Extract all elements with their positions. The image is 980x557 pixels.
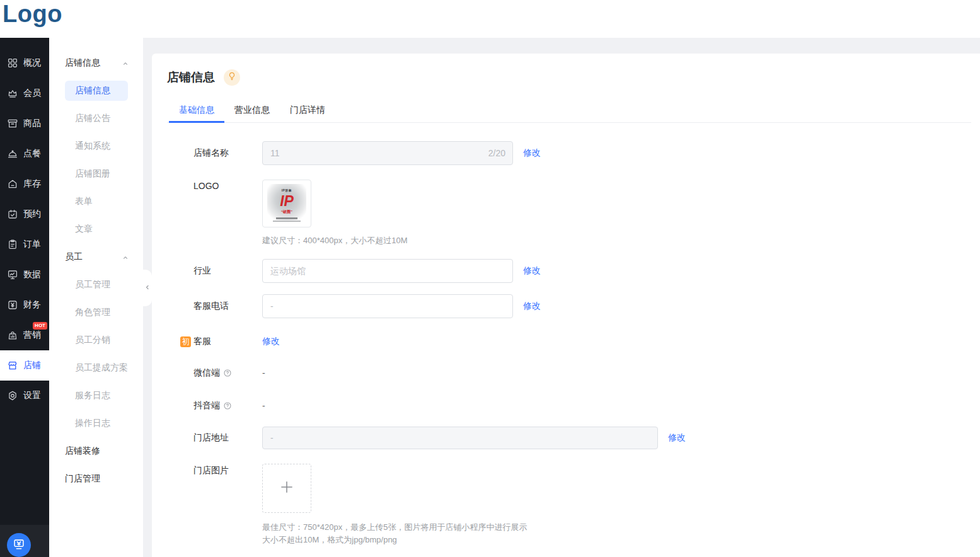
question-icon[interactable] (223, 369, 232, 377)
service-phone-input[interactable] (262, 294, 513, 318)
service-phone-input-wrap (262, 294, 513, 318)
address-label: 门店地址 (193, 432, 262, 444)
menu-item-shop-decoration[interactable]: 店铺装修 (49, 437, 143, 465)
sidebar-item-inventory[interactable]: 库存 (0, 169, 49, 199)
menu-item-label: 门店管理 (65, 473, 100, 485)
page-title: 店铺信息 (167, 69, 215, 86)
sidebar-item-member[interactable]: 会员 (0, 78, 49, 108)
sidebar-item-overview[interactable]: 概况 (0, 48, 49, 78)
menu-item-staff-group[interactable]: 员工 (49, 243, 143, 271)
photos-control: 最佳尺寸：750*420px，最多上传5张，图片将用于店铺小程序中进行展示 大小… (262, 464, 527, 546)
menu-item-label: 店铺信息 (65, 81, 128, 101)
menu-item-label: 店铺信息 (65, 57, 100, 69)
data-icon (7, 269, 18, 280)
chu-badge: 初 (180, 336, 191, 347)
edit-service-phone-link[interactable]: 修改 (523, 301, 541, 312)
inventory-icon (7, 178, 18, 190)
service-label: 客服 (193, 336, 262, 347)
logo-thumbnail[interactable]: IP形象 IP “破圈” (262, 180, 311, 227)
sidebar-item-data[interactable]: 数据 (0, 260, 49, 290)
field-wechat: 微信端 - (193, 362, 980, 384)
lightbulb-icon (227, 71, 237, 84)
order-icon (7, 239, 18, 250)
tab-business-info[interactable]: 营业信息 (224, 99, 280, 123)
sidebar-item-label: 数据 (23, 269, 41, 280)
edit-service-link[interactable]: 修改 (262, 336, 280, 347)
sidebar-collapse-handle[interactable] (142, 270, 152, 306)
sidebar-item-label: 订单 (23, 239, 41, 250)
photos-tip-1: 最佳尺寸：750*420px，最多上传5张，图片将用于店铺小程序中进行展示 (262, 521, 527, 534)
edit-industry-link[interactable]: 修改 (523, 265, 541, 277)
main-area: 店铺信息 基础信息营业信息门店详情 店铺名称 2/20 (152, 38, 980, 557)
menu-item-label: 员工提成方案 (75, 362, 128, 374)
field-logo: LOGO IP形象 IP “破圈” (193, 180, 980, 246)
app-root: Logo 概况会员商品点餐库存预约订单数据财务营销HOT店铺设置 店铺信息店铺信… (0, 0, 980, 557)
booking-icon (7, 209, 18, 220)
menu-item-staff-commission[interactable]: 员工提成方案 (49, 354, 143, 382)
cash-register-icon (12, 537, 26, 553)
menu-item-label: 员工管理 (75, 279, 110, 290)
help-tip-button[interactable] (224, 69, 240, 86)
question-icon[interactable] (223, 401, 232, 410)
menu-item-operation-log[interactable]: 操作日志 (49, 410, 143, 437)
sidebar-item-settings[interactable]: 设置 (0, 381, 49, 411)
primary-sidebar-items: 概况会员商品点餐库存预约订单数据财务营销HOT店铺设置 (0, 38, 49, 525)
field-douyin: 抖音端 - (193, 395, 980, 416)
sidebar-item-finance[interactable]: 财务 (0, 290, 49, 320)
plus-icon (279, 479, 295, 498)
menu-item-shop-album[interactable]: 店铺图册 (49, 160, 143, 188)
menu-item-shop-info-group[interactable]: 店铺信息 (49, 49, 143, 77)
edit-address-link[interactable]: 修改 (668, 432, 686, 444)
menu-item-label: 角色管理 (75, 307, 110, 318)
sidebar-item-booking[interactable]: 预约 (0, 199, 49, 229)
menu-item-articles[interactable]: 文章 (49, 215, 143, 243)
photos-label: 门店图片 (193, 464, 262, 476)
top-header: Logo (0, 0, 980, 38)
menu-item-role-manage[interactable]: 角色管理 (49, 299, 143, 326)
tab-basic-info[interactable]: 基础信息 (169, 99, 224, 123)
menu-item-label: 员工 (65, 251, 83, 263)
menu-item-notify-system[interactable]: 通知系统 (49, 132, 143, 160)
shop-name-input[interactable] (262, 141, 513, 165)
douyin-value: - (262, 401, 265, 411)
wechat-label-text: 微信端 (193, 367, 220, 379)
menu-item-shop-notice[interactable]: 店铺公告 (49, 105, 143, 132)
sidebar-item-orders[interactable]: 订单 (0, 229, 49, 260)
field-service: 初 客服 修改 (180, 331, 980, 352)
menu-item-label: 文章 (75, 224, 93, 235)
menu-item-forms[interactable]: 表单 (49, 188, 143, 215)
upload-photo-button[interactable] (262, 464, 311, 513)
sidebar-gutter (143, 38, 152, 557)
title-row: 店铺信息 (167, 66, 980, 89)
menu-item-label: 服务日志 (75, 390, 110, 401)
chevron-left-icon (144, 282, 151, 294)
douyin-label: 抖音端 (193, 400, 262, 411)
sidebar-item-label: 营销 (23, 330, 41, 341)
industry-input[interactable] (262, 259, 513, 283)
menu-item-label: 员工分销 (75, 335, 110, 346)
address-input[interactable] (262, 427, 658, 449)
edit-shop-name-link[interactable]: 修改 (523, 147, 541, 159)
douyin-label-text: 抖音端 (193, 400, 220, 411)
sidebar-item-goods[interactable]: 商品 (0, 108, 49, 139)
logo-image: IP形象 IP “破圈” (267, 184, 306, 223)
sidebar-item-label: 设置 (23, 390, 41, 401)
hot-badge: HOT (33, 322, 47, 330)
chevron-up-icon (122, 253, 129, 261)
tab-store-detail[interactable]: 门店详情 (280, 99, 335, 123)
tab-bar: 基础信息营业信息门店详情 (167, 99, 971, 123)
sidebar-item-shop[interactable]: 店铺 (0, 350, 49, 381)
logo-size-hint: 建议尺寸：400*400px，大小不超过10M (262, 235, 407, 246)
menu-item-label: 店铺公告 (75, 113, 110, 124)
menu-item-staff-distribution[interactable]: 员工分销 (49, 326, 143, 354)
menu-item-service-log[interactable]: 服务日志 (49, 382, 143, 410)
menu-item-staff-manage[interactable]: 员工管理 (49, 271, 143, 299)
logo-control: IP形象 IP “破圈” 建议尺寸：400*400px，大小不超过10M (262, 180, 407, 246)
menu-item-shop-info[interactable]: 店铺信息 (49, 77, 143, 105)
sidebar-item-label: 店铺 (23, 360, 41, 371)
sidebar-item-marketing[interactable]: 营销HOT (0, 320, 49, 350)
cash-register-button[interactable] (7, 533, 31, 557)
sidebar-item-dining[interactable]: 点餐 (0, 139, 49, 169)
sidebar-item-label: 财务 (23, 299, 41, 311)
menu-item-store-manage[interactable]: 门店管理 (49, 465, 143, 493)
